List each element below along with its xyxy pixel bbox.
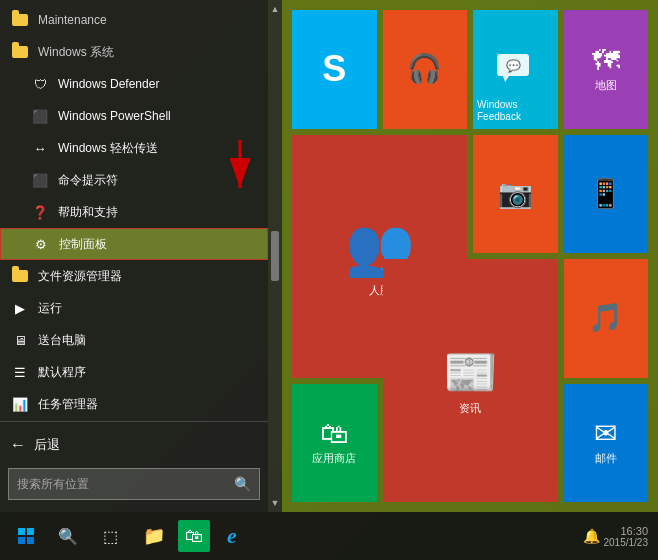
help-label: 帮助和支持 <box>58 204 118 221</box>
run-label: 运行 <box>38 300 62 317</box>
taskbar-ie-icon: e <box>227 523 237 549</box>
tile-mail[interactable]: ✉ 邮件 <box>564 384 649 503</box>
file-explorer-icon <box>10 266 30 286</box>
tile-empty-1[interactable]: 📱 <box>564 135 649 254</box>
cmd-item[interactable]: ⬛ 命令提示符 <box>0 164 268 196</box>
tile-store[interactable]: 🛍 应用商店 <box>292 384 377 503</box>
control-panel-label: 控制面板 <box>59 236 107 253</box>
desktop: Maintenance Windows 系统 🛡 Windows Defende… <box>0 0 658 560</box>
mail-tile-label: 邮件 <box>595 452 617 465</box>
windows-icon <box>18 528 34 544</box>
svg-text:💬: 💬 <box>506 58 521 73</box>
this-pc-item[interactable]: 🖥 送台电脑 <box>0 324 268 356</box>
scroll-up-arrow[interactable]: ▲ <box>271 4 280 14</box>
search-input[interactable] <box>17 477 234 491</box>
tiles-panel: S 🎧 💬 WindowsFeedback 🗺 <box>282 0 658 512</box>
taskbar-search-icon: 🔍 <box>58 527 78 546</box>
easy-transfer-item[interactable]: ↔ Windows 轻松传送 <box>0 132 268 164</box>
start-menu: Maintenance Windows 系统 🛡 Windows Defende… <box>0 0 658 512</box>
app-list: Maintenance Windows 系统 🛡 Windows Defende… <box>0 0 268 421</box>
help-item[interactable]: ❓ 帮助和支持 <box>0 196 268 228</box>
empty-tile-icon-2: 🎵 <box>588 304 623 332</box>
left-bottom: ← 后退 🔍 <box>0 421 268 512</box>
powershell-label: Windows PowerShell <box>58 109 171 123</box>
start-button[interactable] <box>6 516 46 556</box>
search-icon: 🔍 <box>234 476 251 492</box>
photo-tile-icon: 📷 <box>498 180 533 208</box>
default-programs-label: 默认程序 <box>38 364 86 381</box>
windows-defender-item[interactable]: 🛡 Windows Defender <box>0 68 268 100</box>
scroll-thumb[interactable] <box>271 231 279 281</box>
task-view-icon: ⬚ <box>103 527 118 546</box>
back-label: 后退 <box>34 436 60 454</box>
store-tile-icon: 🛍 <box>320 420 348 448</box>
powershell-item[interactable]: ⬛ Windows PowerShell <box>0 100 268 132</box>
default-icon: ☰ <box>10 362 30 382</box>
map-tile-label: 地图 <box>595 79 617 92</box>
windows-system-header: Windows 系统 <box>0 36 268 68</box>
task-manager-item[interactable]: 📊 任务管理器 <box>0 388 268 420</box>
clock-time: 16:30 <box>620 525 648 537</box>
control-panel-item[interactable]: ⚙ 控制面板 <box>0 228 268 260</box>
scroll-down-arrow[interactable]: ▼ <box>271 498 280 508</box>
map-tile-icon: 🗺 <box>592 47 620 75</box>
folder-icon-2 <box>10 42 30 62</box>
back-button[interactable]: ← 后退 <box>0 428 268 462</box>
store-tile-label: 应用商店 <box>312 452 356 465</box>
taskbar-ie-button[interactable]: e <box>214 518 250 554</box>
notification-icon: 🔔 <box>583 528 600 544</box>
windows-system-label: Windows 系统 <box>38 44 114 61</box>
feedback-tile-label: WindowsFeedback <box>477 99 521 123</box>
tile-map[interactable]: 🗺 地图 <box>564 10 649 129</box>
mail-tile-icon: ✉ <box>594 420 617 448</box>
powershell-icon: ⬛ <box>30 106 50 126</box>
transfer-icon: ↔ <box>30 138 50 158</box>
file-explorer-item[interactable]: 文件资源管理器 <box>0 260 268 292</box>
search-bar[interactable]: 🔍 <box>8 468 260 500</box>
taskbar-store-button[interactable]: 🛍 <box>178 520 210 552</box>
tile-news[interactable]: 📰 资讯 <box>383 259 558 502</box>
empty-tile-icon-1: 📱 <box>588 180 623 208</box>
pc-icon: 🖥 <box>10 330 30 350</box>
clock-area: 16:30 2015/1/23 <box>604 525 649 548</box>
feedback-tile-icon: 💬 <box>495 34 535 105</box>
cmd-label: 命令提示符 <box>58 172 118 189</box>
taskbar-file-explorer[interactable]: 📁 <box>134 516 174 556</box>
default-programs-item[interactable]: ☰ 默认程序 <box>0 356 268 388</box>
run-item[interactable]: ▶ 运行 <box>0 292 268 324</box>
tile-feedback[interactable]: 💬 WindowsFeedback <box>473 10 558 129</box>
task-view-button[interactable]: ⬚ <box>90 516 130 556</box>
tile-music[interactable]: 🎧 <box>383 10 468 129</box>
tile-skype[interactable]: S <box>292 10 377 129</box>
left-panel: Maintenance Windows 系统 🛡 Windows Defende… <box>0 0 268 512</box>
maintenance-label: Maintenance <box>38 13 107 27</box>
shield-icon: 🛡 <box>30 74 50 94</box>
maintenance-header: Maintenance <box>0 4 268 36</box>
task-icon: 📊 <box>10 394 30 414</box>
svg-marker-2 <box>503 76 509 82</box>
folder-icon <box>10 10 30 30</box>
news-tile-icon: 📰 <box>443 346 498 398</box>
skype-tile-icon: S <box>322 51 346 87</box>
taskbar-store-icon: 🛍 <box>185 526 203 547</box>
scroll-track <box>271 14 279 498</box>
run-icon: ▶ <box>10 298 30 318</box>
easy-transfer-label: Windows 轻松传送 <box>58 140 158 157</box>
taskbar-right: 🔔 16:30 2015/1/23 <box>583 525 653 548</box>
scrollbar[interactable]: ▲ ▼ <box>268 0 282 512</box>
devices-item[interactable]: ⚙ 设备 <box>0 420 268 421</box>
windows-defender-label: Windows Defender <box>58 77 159 91</box>
task-manager-label: 任务管理器 <box>38 396 98 413</box>
tile-col4-row3[interactable]: 🎵 <box>564 259 649 378</box>
news-tile-label: 资讯 <box>459 402 481 415</box>
taskbar: 🔍 ⬚ 📁 🛍 e 🔔 16:30 2015/1/23 <box>0 512 658 560</box>
help-icon: ❓ <box>30 202 50 222</box>
music-tile-icon: 🎧 <box>407 55 442 83</box>
back-arrow-icon: ← <box>10 436 26 454</box>
this-pc-label: 送台电脑 <box>38 332 86 349</box>
taskbar-folder-icon: 📁 <box>143 525 165 547</box>
cmd-icon: ⬛ <box>30 170 50 190</box>
tile-photo[interactable]: 📷 <box>473 135 558 254</box>
clock-date: 2015/1/23 <box>604 537 649 548</box>
taskbar-search-button[interactable]: 🔍 <box>50 518 86 554</box>
